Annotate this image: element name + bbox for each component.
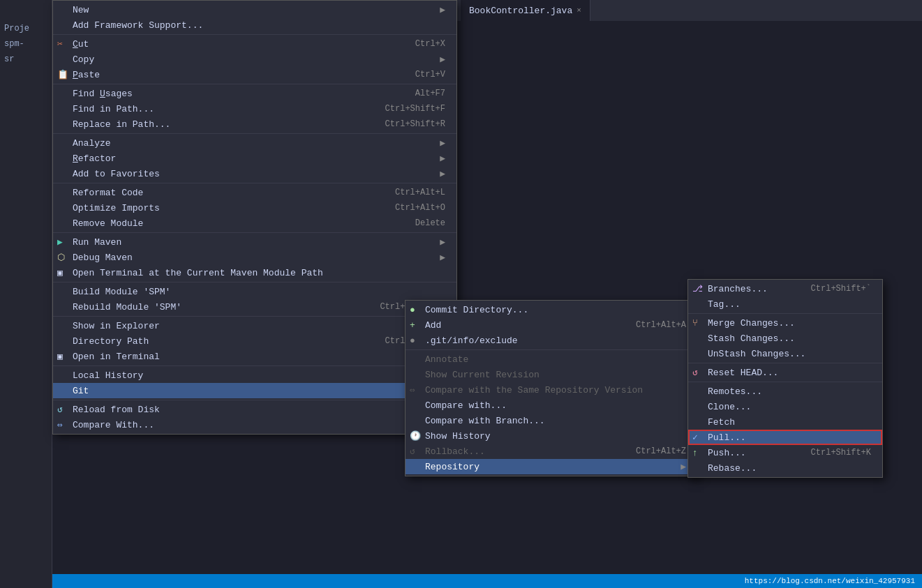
- separator-4: [53, 183, 456, 183]
- menu-item-analyze[interactable]: Analyze ▶: [53, 135, 456, 151]
- status-bar: https://blog.csdn.net/weixin_42957931: [0, 574, 922, 588]
- separator-6: [53, 282, 456, 282]
- menu-item-reload-from-disk[interactable]: ↺ Reload from Disk: [53, 402, 456, 417]
- menu-item-copy[interactable]: Copy ▶: [53, 52, 456, 67]
- menu-item-new[interactable]: New ▶: [53, 2, 456, 17]
- menu-item-show-history[interactable]: 🕐 Show History: [406, 428, 697, 444]
- add-icon: +: [410, 320, 415, 331]
- menu-item-compare-with-branch-label: Compare with Branch...: [425, 416, 545, 426]
- repository-submenu: ⎇ Branches... Ctrl+Shift+` Tag... ⑂ Merg…: [687, 279, 883, 478]
- menu-item-open-in-terminal[interactable]: ▣ Open in Terminal: [53, 349, 456, 364]
- menu-item-refactor[interactable]: Refactor ▶: [53, 151, 456, 166]
- menu-item-unstash-changes-label: UnStash Changes...: [708, 349, 805, 359]
- separator-8: [53, 365, 456, 366]
- menu-item-merge-changes[interactable]: ⑂ Merge Changes...: [688, 315, 882, 331]
- menu-item-push-label: Push...: [708, 448, 746, 458]
- menu-item-compare-with-branch[interactable]: Compare with Branch...: [406, 413, 697, 428]
- sidebar-spm[interactable]: spm-: [0, 36, 52, 52]
- menu-item-add[interactable]: + Add Ctrl+Alt+A: [406, 317, 697, 333]
- separator-2: [53, 84, 456, 84]
- paste-icon: 📋: [57, 69, 68, 80]
- menu-item-local-history[interactable]: Local History ▶: [53, 368, 456, 383]
- git-submenu: ● Commit Directory... + Add Ctrl+Alt+A ●…: [405, 300, 698, 476]
- menu-item-branches[interactable]: ⎇ Branches... Ctrl+Shift+`: [688, 281, 882, 296]
- menu-item-add-framework[interactable]: Add Framework Support...: [53, 17, 456, 33]
- push-icon: ↑: [692, 448, 698, 458]
- menu-item-find-usages[interactable]: Find Usages Alt+F7: [53, 86, 456, 101]
- menu-item-remove-module[interactable]: Remove Module Delete: [53, 216, 456, 231]
- menu-item-replace-in-path[interactable]: Replace in Path... Ctrl+Shift+R: [53, 116, 456, 132]
- cut-icon: ✂: [57, 38, 63, 50]
- open-terminal-icon: ▣: [57, 351, 63, 362]
- menu-item-fetch[interactable]: Fetch: [688, 414, 882, 430]
- menu-item-directory-path[interactable]: Directory Path Ctrl+Alt+F12: [53, 333, 456, 349]
- menu-item-reset-head[interactable]: ↺ Reset HEAD...: [688, 365, 882, 380]
- menu-item-show-in-explorer[interactable]: Show in Explorer: [53, 318, 456, 333]
- git-exclude-icon: ●: [410, 336, 415, 346]
- menu-item-clone[interactable]: Clone...: [688, 399, 882, 414]
- push-shortcut: Ctrl+Shift+K: [797, 448, 871, 458]
- menu-item-cut-label: C: [73, 39, 78, 50]
- menu-item-branches-label: Branches...: [708, 284, 768, 294]
- menu-item-cut[interactable]: ✂ Cut Ctrl+X: [53, 36, 456, 52]
- menu-item-git-exclude[interactable]: ● .git/info/exclude: [406, 333, 697, 348]
- branches-shortcut: Ctrl+Shift+`: [797, 284, 871, 294]
- menu-item-reload-from-disk-label: Reload from Disk: [73, 405, 160, 415]
- menu-item-run-maven-label: Run Maven: [73, 237, 121, 248]
- menu-item-run-maven[interactable]: ▶ Run Maven ▶: [53, 234, 456, 250]
- replace-in-path-shortcut: Ctrl+Shift+R: [371, 119, 445, 129]
- menu-item-tag-label: Tag...: [708, 299, 741, 310]
- menu-item-find-in-path-label: Find in Path...: [73, 104, 154, 114]
- sidebar: Proje spm- sr: [0, 0, 52, 588]
- menu-item-reformat-code[interactable]: Reformat Code Ctrl+Alt+L: [53, 185, 456, 200]
- refactor-arrow-icon: ▶: [426, 153, 445, 164]
- menu-item-unstash-changes[interactable]: UnStash Changes...: [688, 346, 882, 361]
- menu-item-find-in-path[interactable]: Find in Path... Ctrl+Shift+F: [53, 101, 456, 116]
- menu-item-push[interactable]: ↑ Push... Ctrl+Shift+K: [688, 445, 882, 460]
- menu-item-repository-label: Repository: [425, 462, 479, 472]
- menu-item-git[interactable]: Git ▶: [53, 383, 456, 398]
- separator-repo-1: [688, 313, 882, 314]
- menu-item-paste[interactable]: 📋 Paste Ctrl+V: [53, 67, 456, 82]
- menu-item-compare-with-git[interactable]: Compare with...: [406, 398, 697, 413]
- paste-shortcut: Ctrl+V: [401, 70, 445, 80]
- menu-item-reformat-code-label: Reformat Code: [73, 188, 143, 198]
- tab-filename: BookController.java: [469, 6, 572, 16]
- menu-item-open-in-terminal-label: Open in Terminal: [73, 352, 160, 362]
- menu-item-rollback-label: Rollback...: [425, 446, 485, 457]
- sidebar-sr[interactable]: sr: [0, 52, 52, 67]
- commit-dir-icon: ●: [410, 305, 415, 315]
- reload-icon: ↺: [57, 404, 63, 415]
- tab-close-icon[interactable]: ×: [577, 6, 581, 15]
- menu-item-find-usages-label: Find Usages: [73, 89, 133, 99]
- file-tab[interactable]: BookController.java ×: [461, 0, 590, 21]
- menu-item-debug-maven-label: Debug Maven: [73, 252, 133, 263]
- menu-item-debug-maven[interactable]: ⬡ Debug Maven ▶: [53, 250, 456, 265]
- menu-item-remotes-label: Remotes...: [708, 386, 762, 397]
- menu-item-add-to-favorites-label: Add to Favorites: [73, 169, 160, 179]
- show-history-icon: 🕐: [410, 430, 421, 442]
- menu-item-open-terminal-maven-label: Open Terminal at the Current Maven Modul…: [73, 268, 323, 278]
- menu-item-optimize-imports[interactable]: Optimize Imports Ctrl+Alt+O: [53, 200, 456, 216]
- menu-item-rollback: ↺ Rollback... Ctrl+Alt+Z: [406, 444, 697, 459]
- menu-item-show-history-label: Show History: [425, 431, 491, 442]
- find-usages-shortcut: Alt+F7: [401, 89, 445, 98]
- menu-item-remotes[interactable]: Remotes...: [688, 384, 882, 399]
- menu-item-show-in-explorer-label: Show in Explorer: [73, 321, 160, 331]
- menu-item-compare-with[interactable]: ⇔ Compare With... Ctrl+D: [53, 417, 456, 432]
- menu-item-pull[interactable]: ✓ Pull...: [688, 430, 882, 445]
- menu-item-rebase[interactable]: Rebase...: [688, 460, 882, 476]
- menu-item-open-terminal-maven[interactable]: ▣ Open Terminal at the Current Maven Mod…: [53, 265, 456, 280]
- separator-3: [53, 133, 456, 134]
- compare-same-repo-icon: ⇔: [410, 384, 415, 395]
- menu-item-commit-dir[interactable]: ● Commit Directory...: [406, 302, 697, 317]
- menu-item-repository[interactable]: Repository ▶: [406, 459, 697, 474]
- menu-item-add-to-favorites[interactable]: Add to Favorites ▶: [53, 166, 456, 181]
- menu-item-build-module[interactable]: Build Module 'SPM': [53, 284, 456, 299]
- menu-item-compare-with-git-label: Compare with...: [425, 400, 507, 411]
- menu-item-rebuild-module[interactable]: Rebuild Module 'SPM' Ctrl+Shift+F9: [53, 299, 456, 315]
- sidebar-project[interactable]: Proje: [0, 21, 52, 36]
- menu-item-stash-changes[interactable]: Stash Changes...: [688, 331, 882, 346]
- menu-item-tag[interactable]: Tag...: [688, 296, 882, 312]
- menu-item-reset-head-label: Reset HEAD...: [708, 368, 778, 378]
